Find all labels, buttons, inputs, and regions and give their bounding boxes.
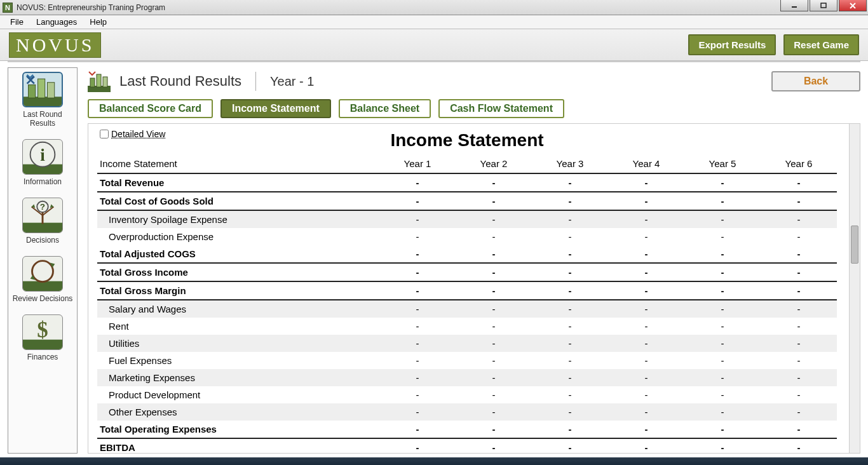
menu-bar: File Languages Help bbox=[0, 15, 868, 29]
cell-value: - bbox=[379, 352, 456, 369]
cell-value: - bbox=[608, 228, 684, 245]
tab-balanced-score-card[interactable]: Balanced Score Card bbox=[88, 99, 213, 118]
window-maximize-button[interactable] bbox=[810, 0, 837, 11]
table-row: Total Revenue------ bbox=[97, 173, 837, 192]
cell-value: - bbox=[608, 245, 684, 263]
cell-value: - bbox=[761, 210, 837, 228]
row-label: Rent bbox=[97, 318, 379, 335]
sidebar-item-label: Information bbox=[24, 177, 62, 186]
svg-rect-27 bbox=[97, 74, 101, 87]
cell-value: - bbox=[684, 210, 761, 228]
cell-value: - bbox=[456, 386, 532, 403]
detailed-view-label[interactable]: Detailed View bbox=[111, 129, 165, 139]
cell-value: - bbox=[761, 300, 837, 318]
tab-income-statement[interactable]: Income Statement bbox=[220, 99, 331, 118]
svg-rect-6 bbox=[38, 79, 45, 98]
window-close-button[interactable] bbox=[839, 0, 867, 11]
svg-point-20 bbox=[32, 261, 53, 282]
cell-value: - bbox=[532, 369, 608, 386]
content-header: Last Round Results Year - 1 Back bbox=[88, 67, 860, 95]
cell-value: - bbox=[456, 369, 532, 386]
window-minimize-button[interactable] bbox=[780, 0, 808, 11]
row-label: Total Adjusted COGS bbox=[97, 245, 379, 263]
window-titlebar: N NOVUS: Entrepreneurship Traning Progra… bbox=[0, 0, 868, 15]
sidebar-item-review-decisions[interactable]: Review Decisions bbox=[10, 256, 76, 303]
cell-value: - bbox=[684, 192, 761, 210]
row-label: Total Cost of Goods Sold bbox=[97, 192, 379, 210]
app-header: NOVUS Export Results Reset Game bbox=[0, 29, 868, 61]
tab-cash-flow-statement[interactable]: Cash Flow Statement bbox=[438, 99, 564, 118]
table-column-header: Year 3 bbox=[532, 154, 608, 173]
cell-value: - bbox=[379, 369, 456, 386]
cell-value: - bbox=[684, 352, 761, 369]
report-tabs: Balanced Score Card Income Statement Bal… bbox=[88, 99, 860, 118]
cell-value: - bbox=[379, 421, 456, 438]
cell-value: - bbox=[608, 281, 684, 300]
tab-balance-sheet[interactable]: Balance Sheet bbox=[339, 99, 431, 118]
sidebar-item-information[interactable]: i Information bbox=[10, 139, 76, 186]
report-panel: Detailed View Income Statement Income St… bbox=[88, 123, 860, 454]
cell-value: - bbox=[684, 369, 761, 386]
svg-rect-11 bbox=[23, 223, 62, 233]
svg-rect-1 bbox=[821, 3, 826, 8]
row-label: Inventory Spoilage Expense bbox=[97, 210, 379, 228]
cell-value: - bbox=[456, 300, 532, 318]
sidebar-item-last-round-results[interactable]: Last Round Results bbox=[10, 72, 76, 128]
menu-file[interactable]: File bbox=[4, 16, 30, 28]
back-button[interactable]: Back bbox=[771, 71, 860, 91]
taskbar bbox=[0, 457, 868, 465]
table-column-header: Year 4 bbox=[608, 154, 684, 173]
menu-languages[interactable]: Languages bbox=[30, 16, 83, 28]
export-results-button[interactable]: Export Results bbox=[688, 34, 776, 55]
detailed-view-checkbox[interactable] bbox=[100, 130, 109, 138]
cell-value: - bbox=[532, 263, 608, 281]
cell-value: - bbox=[532, 210, 608, 228]
cell-value: - bbox=[761, 369, 837, 386]
row-label: Marketing Expenses bbox=[97, 369, 379, 386]
sidebar-item-finances[interactable]: $ Finances bbox=[10, 314, 76, 361]
sidebar-item-label: Review Decisions bbox=[13, 294, 73, 303]
table-column-header: Year 6 bbox=[761, 154, 837, 173]
cell-value: - bbox=[532, 386, 608, 403]
sidebar-item-label: Decisions bbox=[26, 236, 59, 245]
cell-value: - bbox=[379, 173, 456, 192]
table-row: Product Development------ bbox=[97, 386, 837, 403]
table-row: Overproduction Expense------ bbox=[97, 228, 837, 245]
title-separator bbox=[255, 72, 256, 91]
cell-value: - bbox=[684, 318, 761, 335]
dollar-icon: $ bbox=[22, 314, 63, 350]
table-row: EBITDA------ bbox=[97, 438, 837, 453]
cell-value: - bbox=[761, 352, 837, 369]
app-favicon: N bbox=[3, 3, 13, 13]
cell-value: - bbox=[608, 210, 684, 228]
menu-help[interactable]: Help bbox=[83, 16, 113, 28]
table-row: Other Expenses------ bbox=[97, 403, 837, 421]
cell-value: - bbox=[761, 335, 837, 352]
row-label: Other Expenses bbox=[97, 403, 379, 421]
reset-game-button[interactable]: Reset Game bbox=[783, 34, 859, 55]
cell-value: - bbox=[456, 335, 532, 352]
table-row: Total Adjusted COGS------ bbox=[97, 245, 837, 263]
table-row: Fuel Expenses------ bbox=[97, 352, 837, 369]
cell-value: - bbox=[532, 173, 608, 192]
cell-value: - bbox=[684, 335, 761, 352]
scrollbar-thumb[interactable] bbox=[851, 226, 858, 264]
sidebar: Last Round Results i Information ? Decis… bbox=[8, 67, 78, 454]
cell-value: - bbox=[761, 438, 837, 453]
vertical-scrollbar[interactable] bbox=[849, 124, 860, 453]
svg-text:?: ? bbox=[40, 202, 45, 212]
cell-value: - bbox=[379, 438, 456, 453]
table-column-header: Year 5 bbox=[684, 154, 761, 173]
table-row: Salary and Wages------ bbox=[97, 300, 837, 318]
cell-value: - bbox=[761, 421, 837, 438]
table-column-header: Year 1 bbox=[379, 154, 456, 173]
cell-value: - bbox=[379, 318, 456, 335]
row-label: Overproduction Expense bbox=[97, 228, 379, 245]
cell-value: - bbox=[532, 245, 608, 263]
sidebar-item-decisions[interactable]: ? Decisions bbox=[10, 198, 76, 245]
report-title: Income Statement bbox=[97, 130, 837, 151]
sidebar-item-label: Finances bbox=[27, 353, 58, 361]
cell-value: - bbox=[608, 318, 684, 335]
cell-value: - bbox=[379, 192, 456, 210]
cell-value: - bbox=[456, 281, 532, 300]
